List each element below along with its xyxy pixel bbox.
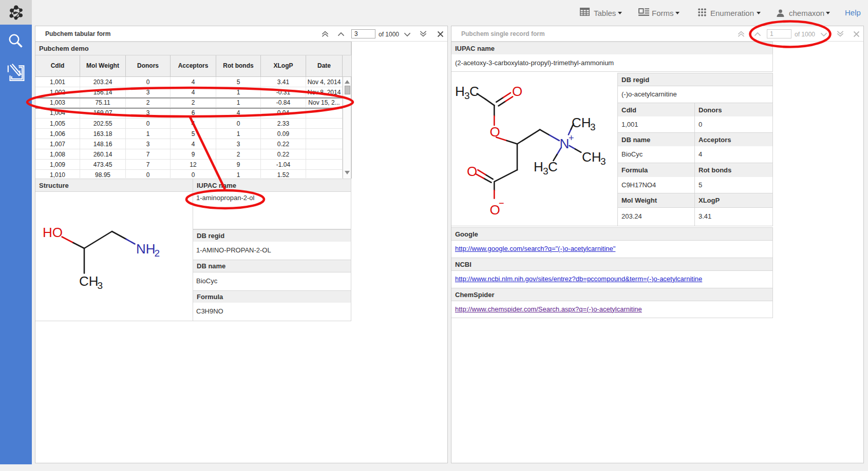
svg-text:3: 3 (600, 156, 606, 167)
svg-text:O: O (512, 84, 522, 99)
svg-text:3: 3 (543, 166, 549, 176)
svg-text:C: C (548, 159, 558, 174)
svg-text:H: H (455, 84, 465, 99)
svg-text:3: 3 (98, 280, 103, 291)
svg-text:N: N (560, 136, 570, 151)
svg-text:C: C (469, 84, 479, 99)
svg-text:HO: HO (43, 225, 63, 240)
svg-text:3: 3 (590, 122, 596, 132)
svg-text:O: O (490, 124, 500, 140)
svg-text:−: − (499, 198, 504, 208)
svg-text:2: 2 (155, 248, 160, 259)
svg-text:H: H (534, 159, 543, 174)
svg-text:CH: CH (582, 149, 601, 165)
svg-text:+: + (569, 133, 574, 143)
svg-text:O: O (467, 164, 477, 179)
svg-text:CH: CH (572, 115, 591, 130)
svg-text:CH: CH (79, 273, 99, 289)
svg-text:NH: NH (136, 241, 156, 257)
svg-text:3: 3 (464, 90, 470, 101)
